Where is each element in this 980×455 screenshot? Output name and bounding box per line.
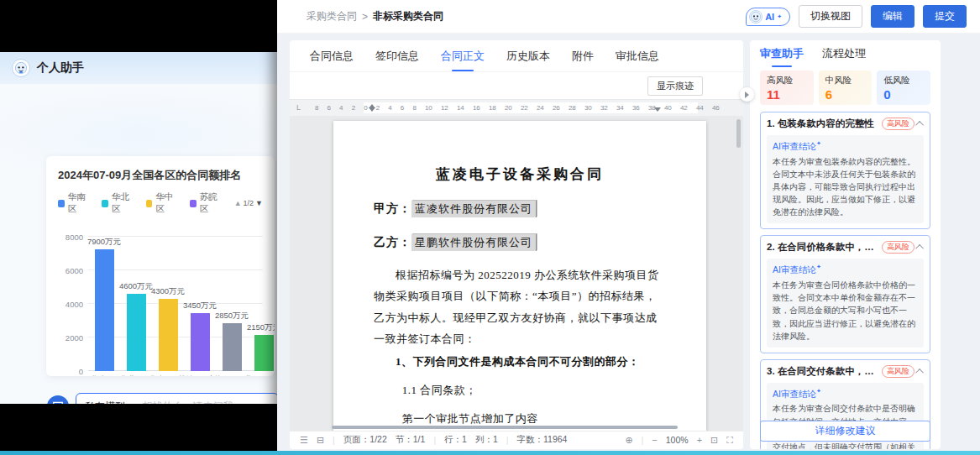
bar-value-label: 7900万元 xyxy=(87,237,121,248)
right-indent-marker[interactable] xyxy=(654,107,661,115)
review-item-header[interactable]: 3. 在合同交付条款中，包括交付时间、交...高风险 xyxy=(767,365,924,378)
bar[interactable] xyxy=(254,335,274,371)
legend-label: 苏皖区 xyxy=(200,191,223,215)
zoom-in-button[interactable]: + xyxy=(697,435,702,445)
y-axis-tick-label: 4000 xyxy=(66,300,83,309)
risk-badge: 高风险 xyxy=(882,365,914,378)
assistant-window: 个人助手 2024年07-09月全国各区的合同额排名 华南区华北区华中区苏皖区 … xyxy=(0,52,277,404)
legend-pager-down-icon[interactable]: ▼ xyxy=(255,199,263,207)
x-axis-category-label: 华北区 xyxy=(118,374,147,376)
ruler-number: 12 xyxy=(441,104,448,112)
ruler-number: 8 xyxy=(315,104,318,112)
chevron-up-icon[interactable] xyxy=(915,121,924,129)
horizontal-scrollbar[interactable] xyxy=(332,426,678,429)
model-select-dropdown[interactable]: 私有模型 ∨ xyxy=(85,400,136,405)
ai-conclusion-label: AI审查结论✦ xyxy=(773,264,918,276)
breadcrumb: 采购类合同 > 非标采购类合同 xyxy=(307,9,443,24)
ruler-number: 40 xyxy=(664,104,672,112)
clause-1-1: 1.1 合同条款； xyxy=(374,383,666,398)
x-axis-category-label: 华中区 xyxy=(146,374,176,376)
zoom-level[interactable]: 100% xyxy=(666,435,689,445)
review-item-body: AI审查结论✦本任务为审查包装条款内容的完整性。合同文本中未涉及任何关于包装条款… xyxy=(767,135,924,223)
show-marks-button[interactable]: 显示痕迹 xyxy=(647,76,703,96)
risk-label: 高风险 xyxy=(767,75,807,86)
document-card: 合同信息签印信息合同正文历史版本附件审批信息 显示痕迹 L 8642024681… xyxy=(290,40,743,449)
chevron-up-icon[interactable] xyxy=(915,244,924,253)
risk-badge: 高风险 xyxy=(882,241,914,254)
status-line: 行：1 xyxy=(444,434,467,446)
document-tabs: 合同信息签印信息合同正文历史版本附件审批信息 xyxy=(290,40,743,72)
contract-window-header: 采购类合同 > 非标采购类合同 AI ✦ 切换视图 编辑 提交 xyxy=(277,0,980,34)
legend-item[interactable]: 苏皖区 xyxy=(190,191,222,215)
assistant-title: 个人助手 xyxy=(37,60,84,76)
switch-view-button[interactable]: 切换视图 xyxy=(799,5,862,28)
bar[interactable] xyxy=(159,299,178,371)
review-tab-0[interactable]: 审查助手 xyxy=(760,40,804,67)
sparkle-icon: ✦ xyxy=(816,140,821,146)
detail-suggestions-button[interactable]: 详细修改建议 xyxy=(760,421,930,442)
status-column: 列：1 xyxy=(475,434,498,446)
tab-1[interactable]: 签印信息 xyxy=(375,40,419,71)
legend-pager-up-icon[interactable]: ▲ xyxy=(234,199,242,207)
edit-button[interactable]: 编辑 xyxy=(871,5,914,28)
zoom-out-button[interactable]: − xyxy=(652,435,657,445)
document-viewport[interactable]: 蓝凌电子设备采购合同 甲方： 蓝凌软件股份有限公司 乙方： 星鹏软件股份有限公司… xyxy=(290,116,743,431)
risk-summary-card: 高风险11 xyxy=(760,71,814,105)
bar-column: 4600万元 xyxy=(120,237,152,371)
ruler-number: 42 xyxy=(680,104,688,112)
fit-page-icon[interactable]: ⊡ xyxy=(710,435,718,446)
bar-value-label: 2850万元 xyxy=(215,311,249,322)
legend-item[interactable]: 华北区 xyxy=(102,191,134,215)
hanging-indent-marker[interactable] xyxy=(369,107,375,115)
party-a-field[interactable]: 蓝凌软件股份有限公司 xyxy=(411,201,537,217)
bar[interactable] xyxy=(127,294,146,371)
chevron-up-icon[interactable] xyxy=(915,369,924,377)
review-item-header[interactable]: 2. 在合同价格条款中，价格的一致性高风险 xyxy=(767,241,924,254)
tabstop-selector-icon[interactable]: L xyxy=(296,103,301,112)
risk-count: 11 xyxy=(767,87,807,102)
assistant-ask-row: 私有模型 ∨ xyxy=(0,393,277,404)
tab-0[interactable]: 合同信息 xyxy=(310,40,354,71)
legend-item[interactable]: 华中区 xyxy=(146,191,178,215)
bar-column: 2150万元 xyxy=(248,237,275,371)
party-b-field[interactable]: 星鹏软件股份有限公司 xyxy=(411,234,537,251)
tab-active[interactable]: 合同正文 xyxy=(441,40,485,71)
outline-view-icon[interactable]: ☰ xyxy=(300,435,308,446)
language-globe-icon[interactable]: ⊕ xyxy=(625,435,632,446)
review-panel-tabs: 审查助手流程处理 xyxy=(760,40,930,67)
tab-3[interactable]: 历史版本 xyxy=(506,40,550,71)
legend-label: 华北区 xyxy=(112,191,134,215)
breadcrumb-separator: > xyxy=(362,11,368,23)
chat-bubble-icon[interactable] xyxy=(47,395,69,404)
bar[interactable] xyxy=(191,313,210,371)
breadcrumb-parent[interactable]: 采购类合同 xyxy=(307,9,357,24)
bar[interactable] xyxy=(95,249,114,371)
chart-card: 2024年07-09月全国各区的合同额排名 华南区华北区华中区苏皖区 ▲ 1/2… xyxy=(46,156,275,376)
review-tab-1[interactable]: 流程处理 xyxy=(822,40,866,67)
chart-legend: 华南区华北区华中区苏皖区 ▲ 1/2 ▼ xyxy=(58,191,263,215)
panel-collapse-handle[interactable] xyxy=(740,87,754,102)
page-view-icon[interactable]: ⊟ xyxy=(317,435,324,446)
fullscreen-icon[interactable]: ⛶ xyxy=(726,435,733,446)
risk-summary-card: 中风险6 xyxy=(819,71,873,105)
bar-column: 2850万元 xyxy=(216,237,248,371)
tab-5[interactable]: 审批信息 xyxy=(616,40,659,71)
ai-assistant-button[interactable]: AI ✦ xyxy=(746,8,790,26)
legend-swatch xyxy=(146,200,153,207)
review-item-body: AI审查结论✦本任务为审查合同价格条款中价格的一致性。合同文本中单价和金额存在不… xyxy=(767,259,924,347)
ai-avatar-icon xyxy=(749,10,763,24)
ai-button-label: AI xyxy=(765,12,774,22)
review-item-header[interactable]: 1. 包装条款内容的完整性高风险 xyxy=(767,118,924,130)
legend-item[interactable]: 华南区 xyxy=(58,191,90,215)
status-section: 节：1/1 xyxy=(396,434,426,446)
chart-legend-pager: ▲ 1/2 ▼ xyxy=(234,199,263,207)
tab-4[interactable]: 附件 xyxy=(572,40,594,71)
vertical-scrollbar[interactable] xyxy=(736,119,741,148)
submit-button[interactable]: 提交 xyxy=(923,5,967,28)
bar[interactable] xyxy=(223,323,242,371)
status-word-count: 字数：11964 xyxy=(517,434,568,446)
assistant-search-input[interactable] xyxy=(143,400,270,404)
breadcrumb-current: 非标采购类合同 xyxy=(373,9,443,24)
ruler-number: 18 xyxy=(489,104,496,112)
party-b-label: 乙方： xyxy=(374,235,411,250)
